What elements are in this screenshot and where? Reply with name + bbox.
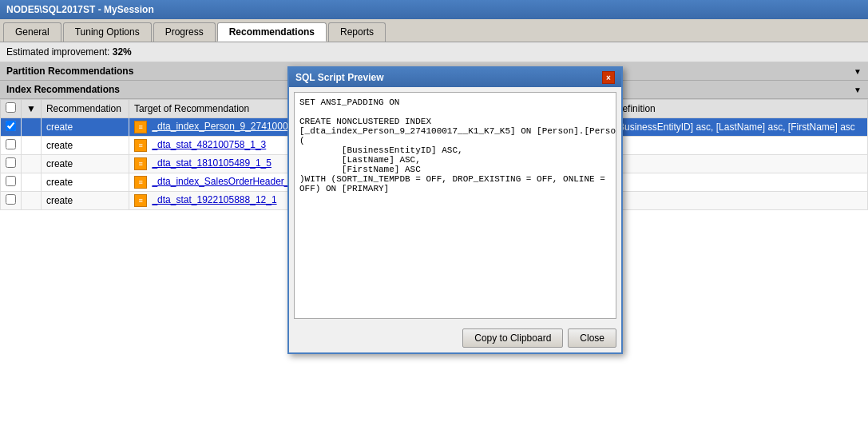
tab-progress[interactable]: Progress <box>153 22 216 42</box>
col-recommendation-header[interactable]: Recommendation <box>41 100 129 118</box>
target-link[interactable]: _dta_stat_1922105888_12_1 <box>152 194 276 205</box>
sort-icon: ▼ <box>26 103 36 114</box>
partition-section-title: Partition Recommendations <box>6 66 133 77</box>
tab-reports[interactable]: Reports <box>328 22 386 42</box>
window-title: NODE5\SQL2017ST - MySession <box>6 4 154 15</box>
sql-content[interactable]: SET ANSI_PADDING ON CREATE NONCLUSTERED … <box>294 92 616 319</box>
col-definition-header[interactable]: Definition <box>610 100 867 118</box>
row-definition-cell <box>610 173 867 192</box>
col-sort-header[interactable]: ▼ <box>22 100 42 118</box>
tab-recommendations[interactable]: Recommendations <box>217 22 327 42</box>
tab-tuning-options[interactable]: Tuning Options <box>63 22 152 42</box>
row-checkbox-cell[interactable] <box>1 192 22 210</box>
content-area: Estimated improvement: 32% Partition Rec… <box>0 42 868 422</box>
target-icon: ≡ <box>134 176 147 189</box>
row-recommendation-cell: create <box>41 173 129 192</box>
row-checkbox[interactable] <box>6 194 16 205</box>
modal-close-button[interactable]: × <box>602 71 615 84</box>
row-sort-cell <box>22 173 42 192</box>
tab-general[interactable]: General <box>3 22 61 42</box>
target-icon: ≡ <box>134 139 147 152</box>
row-checkbox[interactable] <box>6 139 16 149</box>
estimated-label: Estimated improvement: <box>6 46 109 58</box>
row-sort-cell <box>22 192 42 210</box>
main-window: NODE5\SQL2017ST - MySession General Tuni… <box>0 0 868 422</box>
row-recommendation-cell: create <box>41 155 129 173</box>
row-definition-cell: [BusinessEntityID] asc, [LastName] asc, … <box>610 118 867 137</box>
row-sort-cell <box>22 118 42 137</box>
estimated-value: 32% <box>113 46 132 58</box>
row-sort-cell <box>22 155 42 173</box>
row-definition-cell <box>610 137 867 155</box>
row-checkbox-cell[interactable] <box>1 118 22 137</box>
estimated-bar: Estimated improvement: 32% <box>0 42 868 62</box>
target-link[interactable]: _dta_stat_482100758_1_3 <box>152 139 266 150</box>
modal-title-bar: SQL Script Preview × <box>289 68 621 87</box>
modal-footer: Copy to Clipboard Close <box>289 324 621 352</box>
row-sort-cell <box>22 137 42 155</box>
target-link[interactable]: _dta_stat_1810105489_1_5 <box>152 157 271 169</box>
modal-content: SET ANSI_PADDING ON CREATE NONCLUSTERED … <box>289 87 621 324</box>
target-icon: ≡ <box>134 157 147 170</box>
row-checkbox[interactable] <box>6 176 16 186</box>
col-select-header[interactable] <box>1 100 22 118</box>
tab-bar: General Tuning Options Progress Recommen… <box>0 19 868 42</box>
close-button[interactable]: Close <box>568 328 616 348</box>
row-recommendation-cell: create <box>41 118 129 137</box>
index-chevron-icon[interactable]: ▼ <box>854 86 862 94</box>
select-all-checkbox[interactable] <box>6 102 16 113</box>
row-checkbox-cell[interactable] <box>1 173 22 192</box>
row-checkbox-cell[interactable] <box>1 137 22 155</box>
row-checkbox[interactable] <box>6 157 16 168</box>
index-section-title: Index Recommendations <box>6 84 120 95</box>
row-checkbox-cell[interactable] <box>1 155 22 173</box>
row-recommendation-cell: create <box>41 137 129 155</box>
row-recommendation-cell: create <box>41 192 129 210</box>
copy-to-clipboard-button[interactable]: Copy to Clipboard <box>462 328 563 348</box>
target-icon: ≡ <box>134 121 147 133</box>
target-icon: ≡ <box>134 194 147 207</box>
partition-chevron-icon[interactable]: ▼ <box>854 67 862 76</box>
modal-title: SQL Script Preview <box>295 72 384 83</box>
row-checkbox[interactable] <box>6 121 16 131</box>
row-definition-cell <box>610 155 867 173</box>
title-bar: NODE5\SQL2017ST - MySession <box>0 0 868 19</box>
row-definition-cell <box>610 192 867 210</box>
sql-preview-modal: SQL Script Preview × SET ANSI_PADDING ON… <box>287 66 623 354</box>
